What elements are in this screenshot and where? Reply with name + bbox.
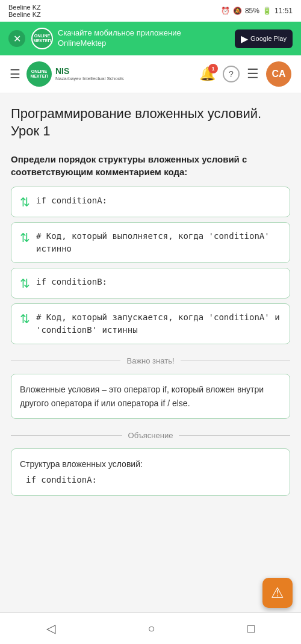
page-title: Программирование вложенных условий. Урок…	[11, 105, 290, 140]
close-icon: ✕	[13, 33, 21, 45]
exp-divider-left-line	[11, 435, 122, 436]
google-play-label: Google Play	[250, 35, 287, 42]
google-play-button[interactable]: ▶ Google Play	[235, 29, 293, 48]
banner-logo: ONLINEМЕКТЕП	[31, 28, 53, 49]
status-indicators: ⏰ 🔕 85% 🔋 11:51	[221, 7, 293, 15]
exp-divider-right-line	[179, 435, 290, 436]
code-text-1: if conditionA:	[36, 194, 107, 207]
explanation-title: Структура вложенных условий:	[20, 457, 281, 471]
recent-apps-button[interactable]: □	[235, 619, 267, 638]
drag-handle-icon-4[interactable]: ⇅	[20, 311, 30, 326]
code-text-4: # Код, который запускается, когда 'condi…	[36, 311, 281, 336]
home-button[interactable]: ○	[135, 619, 167, 638]
code-block-3[interactable]: ⇅ if conditionB:	[11, 268, 290, 299]
explanation-divider: Объяснение	[11, 431, 290, 440]
banner-logo-area: ONLINEМЕКТЕП Скачайте мобильное приложен…	[25, 28, 235, 49]
code-block-2[interactable]: ⇅ # Код, который выполняется, когда 'con…	[11, 222, 290, 263]
status-bar: Beeline KZ Beeline KZ ⏰ 🔕 85% 🔋 11:51	[0, 0, 301, 22]
logo-text: ONLINEМЕКТЕП	[31, 69, 48, 78]
hamburger-menu-icon[interactable]: ☰	[10, 67, 20, 81]
explanation-label: Объяснение	[128, 431, 173, 440]
list-menu-icon[interactable]: ☰	[247, 66, 259, 82]
battery-icon: 🔋	[262, 7, 272, 15]
code-block-1[interactable]: ⇅ if conditionA:	[11, 187, 290, 217]
explanation-box: Структура вложенных условий: if conditio…	[11, 448, 290, 496]
carrier-info: Beeline KZ Beeline KZ	[8, 4, 41, 18]
divider-right-line	[181, 361, 290, 361]
code-block-4[interactable]: ⇅ # Код, который запускается, когда 'con…	[11, 303, 290, 344]
help-icon[interactable]: ?	[223, 66, 240, 82]
battery-percent: 85%	[245, 7, 259, 15]
nis-logo-area: NIS Nazarbayev Intellectual Schools	[55, 66, 124, 82]
divider-left-line	[11, 361, 120, 361]
important-info-box: Вложенные условия – это оператор if, кот…	[11, 374, 290, 419]
nis-subtext: Nazarbayev Intellectual Schools	[55, 76, 124, 82]
banner-description: Скачайте мобильное приложение OnlineMekt…	[58, 28, 229, 49]
drag-handle-icon-2[interactable]: ⇅	[20, 230, 30, 245]
google-play-icon: ▶	[241, 33, 248, 45]
time: 11:51	[275, 7, 293, 15]
back-button[interactable]: ◁	[34, 619, 67, 638]
drag-handle-icon-1[interactable]: ⇅	[20, 194, 30, 209]
avatar[interactable]: CA	[266, 61, 291, 87]
alarm-icon: ⏰	[221, 7, 230, 15]
mute-icon: 🔕	[233, 7, 242, 15]
important-label: Важно знать!	[126, 356, 174, 365]
android-nav-bar: ◁ ○ □	[0, 612, 301, 644]
code-text-3: if conditionB:	[36, 276, 107, 288]
section-title: Определи порядок структуры вложенных усл…	[11, 153, 290, 178]
code-text-2: # Код, который выполняется, когда 'condi…	[36, 230, 281, 255]
app-banner: ✕ ONLINEМЕКТЕП Скачайте мобильное прилож…	[0, 22, 301, 55]
warning-icon: ⚠	[271, 584, 284, 601]
notification-badge: 1	[208, 64, 218, 73]
drag-handle-icon-3[interactable]: ⇅	[20, 276, 30, 291]
nis-text: NIS	[55, 66, 69, 76]
site-logo: ONLINEМЕКТЕП	[26, 61, 52, 87]
banner-close-button[interactable]: ✕	[8, 30, 25, 47]
nav-left: ☰ ONLINEМЕКТЕП NIS Nazarbayev Intellectu…	[10, 61, 124, 87]
top-nav: ☰ ONLINEМЕКТЕП NIS Nazarbayev Intellectu…	[0, 55, 301, 93]
banner-logo-text: ONLINEМЕКТЕП	[34, 34, 51, 43]
notification-wrapper: 🔔 1	[199, 66, 216, 82]
carrier1: Beeline KZ	[8, 4, 41, 11]
warning-fab-button[interactable]: ⚠	[262, 578, 293, 608]
carrier2: Beeline KZ	[8, 11, 41, 18]
explanation-code: if conditionA:	[20, 473, 281, 486]
important-divider: Важно знать!	[11, 356, 290, 365]
important-text: Вложенные условия – это оператор if, кот…	[20, 383, 281, 410]
logo-area: ONLINEМЕКТЕП NIS Nazarbayev Intellectual…	[26, 61, 124, 87]
nav-right: 🔔 1 ? ☰ CA	[199, 61, 291, 87]
main-content: Программирование вложенных условий. Урок…	[0, 93, 301, 508]
